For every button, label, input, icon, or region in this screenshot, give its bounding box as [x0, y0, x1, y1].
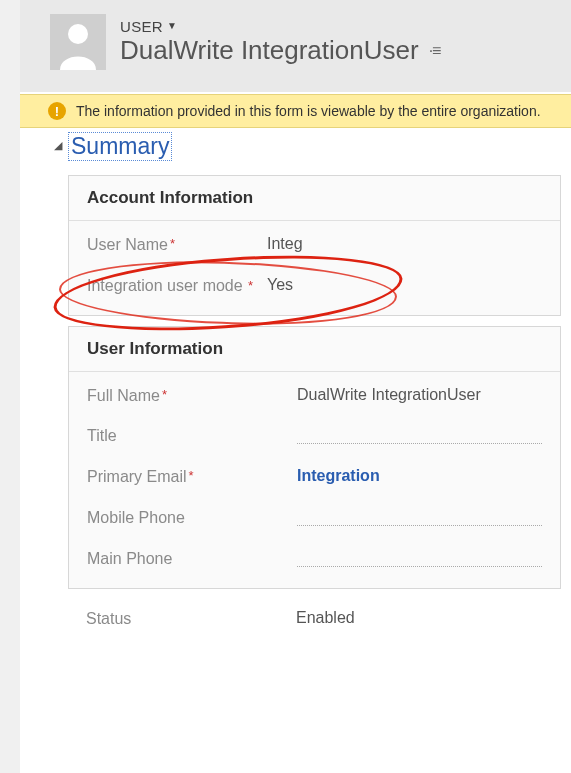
person-icon [50, 14, 106, 70]
label-status: Status [86, 609, 266, 630]
entity-type-label: USER [120, 18, 163, 35]
label-primary-email-text: Primary Email [87, 468, 187, 485]
entity-name-text: DualWrite IntegrationUser [120, 35, 419, 66]
field-full-name[interactable]: Full Name* DualWrite IntegrationUser [69, 372, 560, 413]
form-header: USER ▼ DualWrite IntegrationUser ∙≡ [20, 0, 571, 92]
card-user-information: User Information Full Name* DualWrite In… [68, 326, 561, 589]
required-icon: * [170, 236, 175, 251]
entity-name-row: DualWrite IntegrationUser ∙≡ [120, 35, 553, 66]
value-mobile-phone[interactable] [267, 508, 542, 526]
label-full-name-text: Full Name [87, 387, 160, 404]
value-title[interactable] [267, 426, 542, 444]
value-status: Enabled [266, 609, 543, 630]
field-integration-mode[interactable]: Integration user mode* Yes [69, 262, 560, 315]
label-mobile-phone: Mobile Phone [87, 508, 267, 529]
page-root: USER ▼ DualWrite IntegrationUser ∙≡ ! Th… [0, 0, 571, 773]
card-account-information: Account Information User Name* Integ Int… [68, 175, 561, 316]
value-integration-mode[interactable]: Yes [267, 276, 542, 294]
warning-icon: ! [48, 102, 66, 120]
notification-bar: ! The information provided in this form … [20, 94, 571, 128]
label-primary-email: Primary Email* [87, 467, 267, 488]
label-user-name: User Name* [87, 235, 267, 256]
header-text: USER ▼ DualWrite IntegrationUser ∙≡ [120, 18, 553, 66]
label-integration-mode-text: Integration user mode [87, 277, 243, 294]
required-icon: * [248, 278, 253, 295]
chevron-down-icon: ▼ [167, 20, 177, 31]
section-title: Summary [68, 132, 172, 161]
avatar [50, 14, 106, 70]
value-primary-email[interactable]: Integration [267, 467, 542, 485]
form-selector-icon[interactable]: ∙≡ [429, 42, 441, 60]
label-user-name-text: User Name [87, 236, 168, 253]
status-row: Status Enabled [68, 597, 561, 642]
required-icon: * [189, 468, 194, 483]
field-user-name[interactable]: User Name* Integ [69, 221, 560, 262]
field-main-phone[interactable]: Main Phone [69, 535, 560, 588]
label-title: Title [87, 426, 267, 447]
notification-text: The information provided in this form is… [76, 103, 541, 119]
label-full-name: Full Name* [87, 386, 267, 407]
svg-point-1 [68, 24, 88, 44]
card-header-user: User Information [69, 327, 560, 372]
field-mobile-phone[interactable]: Mobile Phone [69, 494, 560, 535]
card-header-account: Account Information [69, 176, 560, 221]
entity-type-row[interactable]: USER ▼ [120, 18, 553, 35]
required-icon: * [162, 387, 167, 402]
section-summary-header[interactable]: ◢ Summary [20, 128, 571, 165]
value-main-phone[interactable] [267, 549, 542, 567]
field-title[interactable]: Title [69, 412, 560, 453]
value-user-name[interactable]: Integ [267, 235, 542, 253]
value-full-name[interactable]: DualWrite IntegrationUser [267, 386, 542, 404]
field-primary-email[interactable]: Primary Email* Integration [69, 453, 560, 494]
label-integration-mode: Integration user mode* [87, 276, 267, 297]
label-main-phone: Main Phone [87, 549, 267, 570]
collapse-caret-icon: ◢ [54, 139, 62, 152]
